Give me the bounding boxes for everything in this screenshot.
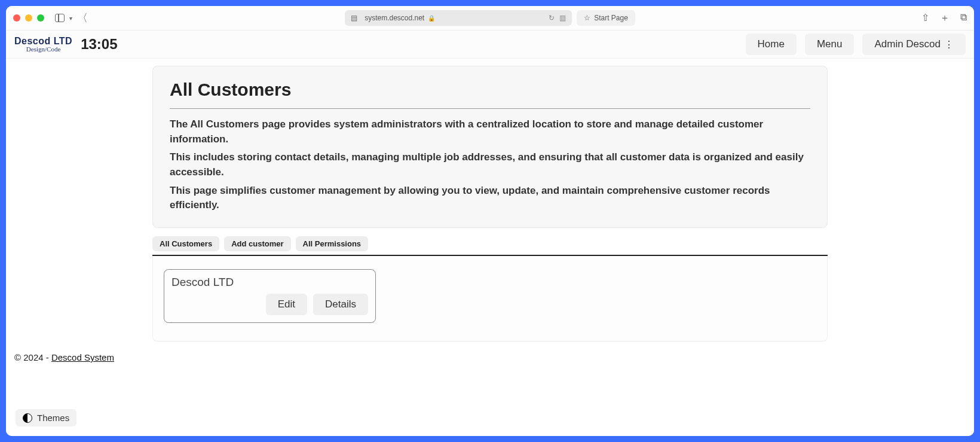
- themes-button[interactable]: Themes: [16, 409, 76, 426]
- logo-main: Descod LTD: [14, 36, 72, 46]
- content: All Customers The All Customers page pro…: [6, 59, 974, 436]
- desc-line-1: The All Customers page provides system a…: [170, 117, 810, 147]
- address-bar[interactable]: ▤ system.descod.net 🔒 ↻ ▥: [345, 10, 572, 26]
- theme-icon: [23, 413, 32, 423]
- customer-card: Descod LTD Edit Details: [164, 269, 376, 323]
- lock-icon: 🔒: [428, 15, 435, 22]
- sidebar-toggle-icon[interactable]: [55, 14, 65, 22]
- page-description-card: All Customers The All Customers page pro…: [152, 66, 828, 228]
- footer: © 2024 - Descod System: [6, 342, 974, 373]
- footer-copyright: © 2024 -: [14, 352, 51, 362]
- clock: 13:05: [81, 36, 117, 53]
- footer-link[interactable]: Descod System: [51, 352, 114, 362]
- tab-row: All Customers Add customer All Permissio…: [152, 236, 828, 256]
- browser-window: ▾ 〈 ▤ system.descod.net 🔒 ↻ ▥ ☆ Start Pa…: [6, 6, 974, 436]
- tab-add-customer[interactable]: Add customer: [224, 236, 290, 251]
- new-tab-icon[interactable]: ＋: [940, 12, 950, 25]
- card-actions: Edit Details: [172, 294, 368, 315]
- chrome-right-controls: ⇧ ＋ ⧉: [921, 12, 967, 25]
- window-maximize-button[interactable]: [37, 14, 44, 22]
- chevron-down-icon[interactable]: ▾: [69, 15, 72, 22]
- logo[interactable]: Descod LTD Design/Code: [14, 36, 72, 53]
- nav-admin-label: Admin Descod: [874, 38, 941, 50]
- themes-label: Themes: [37, 413, 69, 423]
- details-button[interactable]: Details: [313, 294, 368, 315]
- page-description: The All Customers page provides system a…: [170, 117, 810, 213]
- customer-name: Descod LTD: [172, 276, 368, 289]
- browser-chrome: ▾ 〈 ▤ system.descod.net 🔒 ↻ ▥ ☆ Start Pa…: [6, 6, 974, 30]
- nav-menu[interactable]: Menu: [805, 33, 855, 55]
- customer-list: Descod LTD Edit Details: [152, 256, 828, 342]
- back-button[interactable]: 〈: [77, 11, 88, 25]
- share-icon[interactable]: ⇧: [921, 12, 929, 25]
- reader-icon[interactable]: ▥: [559, 14, 566, 22]
- tab-all-permissions[interactable]: All Permissions: [296, 236, 369, 251]
- desc-line-3: This page simplifies customer management…: [170, 184, 810, 213]
- tab-all-customers[interactable]: All Customers: [152, 236, 219, 251]
- start-page-label: Start Page: [594, 14, 628, 22]
- tabs-overview-icon[interactable]: ⧉: [960, 12, 967, 25]
- kebab-icon: ⋮: [944, 39, 954, 50]
- page-title: All Customers: [170, 80, 810, 100]
- site-settings-icon[interactable]: ▤: [351, 14, 357, 22]
- url-text: system.descod.net: [365, 14, 424, 22]
- edit-button[interactable]: Edit: [266, 294, 307, 315]
- divider: [170, 108, 810, 109]
- window-minimize-button[interactable]: [25, 14, 32, 22]
- nav-admin[interactable]: Admin Descod ⋮: [862, 33, 966, 55]
- window-close-button[interactable]: [13, 14, 20, 22]
- reload-icon[interactable]: ↻: [549, 14, 555, 22]
- star-icon: ☆: [584, 14, 590, 22]
- logo-sub: Design/Code: [14, 46, 72, 53]
- nav-home[interactable]: Home: [746, 33, 797, 55]
- app-header: Descod LTD Design/Code 13:05 Home Menu A…: [6, 30, 974, 59]
- start-page-tab[interactable]: ☆ Start Page: [577, 10, 635, 26]
- desc-line-2: This includes storing contact details, m…: [170, 150, 810, 179]
- nav-right: Home Menu Admin Descod ⋮: [746, 33, 966, 55]
- traffic-lights: [13, 14, 44, 22]
